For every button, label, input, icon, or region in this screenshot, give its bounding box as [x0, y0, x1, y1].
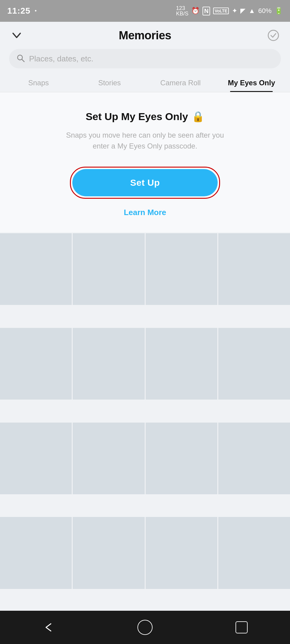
setup-button-highlight: Set Up	[70, 167, 220, 199]
grid-cell	[73, 517, 144, 589]
recents-button[interactable]	[232, 618, 251, 636]
grid-cell	[218, 233, 290, 305]
tab-stories[interactable]: Stories	[74, 73, 145, 92]
grid-cell	[0, 233, 72, 305]
status-bar: 11:25 • 123KB/S ⏰ N VoLTE ✦ ◤ ▲ 60% 🔋	[0, 0, 290, 22]
nfc-icon: N	[203, 7, 210, 15]
tabs-container: Snaps Stories Camera Roll My Eyes Only	[0, 73, 290, 92]
battery-text: 60%	[258, 7, 272, 15]
data-speed-icon: 123KB/S	[176, 5, 188, 16]
grid-cell	[146, 328, 217, 400]
chevron-down-button[interactable]	[9, 28, 24, 43]
grid-cell	[218, 423, 290, 494]
back-button[interactable]	[39, 618, 58, 636]
grid-cell	[218, 328, 290, 400]
search-icon	[16, 54, 25, 64]
signal-icon: ▲	[249, 7, 255, 15]
setup-button[interactable]: Set Up	[72, 169, 218, 196]
setup-title: Set Up My Eyes Only 🔒	[86, 110, 204, 123]
status-dot: •	[35, 8, 37, 14]
grid-cell	[73, 423, 144, 494]
app-header: Memories	[0, 22, 290, 46]
tab-camera-roll[interactable]: Camera Roll	[145, 73, 216, 92]
search-bar[interactable]: Places, dates, etc.	[9, 49, 281, 68]
grid-cell	[218, 517, 290, 589]
recents-square-icon	[236, 621, 248, 633]
grid-cell	[73, 233, 144, 305]
tab-snaps[interactable]: Snaps	[3, 73, 74, 92]
tab-my-eyes-only[interactable]: My Eyes Only	[216, 73, 287, 92]
learn-more-link[interactable]: Learn More	[124, 208, 166, 217]
grid-cell	[146, 233, 217, 305]
battery-icon: 🔋	[275, 7, 283, 15]
home-button[interactable]	[136, 618, 154, 636]
grid-cell	[0, 517, 72, 589]
lock-icon: 🔒	[192, 110, 204, 123]
page-title: Memories	[119, 29, 171, 42]
select-button[interactable]	[266, 28, 281, 43]
grid-cell	[73, 328, 144, 400]
grid-cell	[0, 423, 72, 494]
status-time: 11:25	[7, 6, 31, 16]
search-placeholder: Places, dates, etc.	[29, 54, 93, 64]
grid-cell	[0, 328, 72, 400]
grid-cell	[146, 423, 217, 494]
svg-line-2	[22, 59, 24, 62]
grid-cell	[146, 517, 217, 589]
status-icons: 123KB/S ⏰ N VoLTE ✦ ◤ ▲ 60% 🔋	[176, 5, 283, 16]
setup-description: Snaps you move here can only be seen aft…	[57, 130, 233, 152]
setup-title-text: Set Up My Eyes Only	[86, 111, 188, 123]
main-content: Set Up My Eyes Only 🔒 Snaps you move her…	[0, 92, 290, 611]
photo-grid	[0, 232, 290, 611]
home-circle-icon	[137, 620, 153, 635]
search-container: Places, dates, etc.	[0, 46, 290, 73]
wifi-icon: ◤	[240, 7, 246, 15]
bluetooth-icon: ✦	[232, 7, 237, 15]
android-nav-bar	[0, 611, 290, 644]
svg-point-0	[268, 30, 278, 41]
volte-icon: VoLTE	[213, 8, 229, 14]
setup-section: Set Up My Eyes Only 🔒 Snaps you move her…	[0, 92, 290, 232]
alarm-icon: ⏰	[191, 7, 199, 15]
